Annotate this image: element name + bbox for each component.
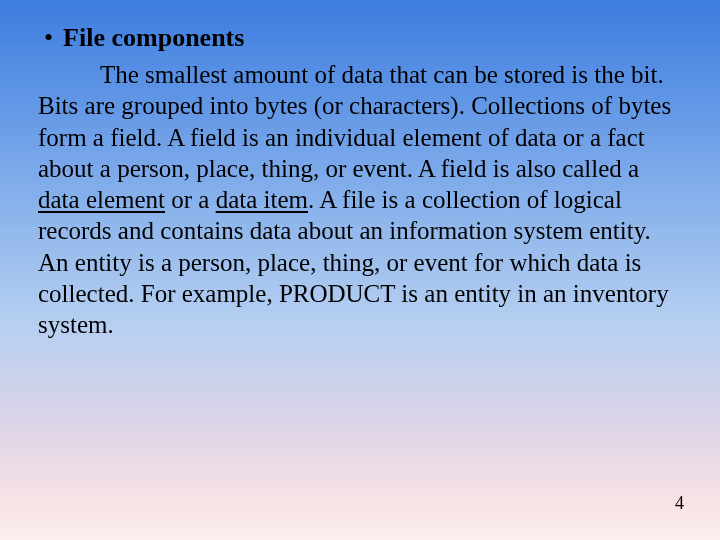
body-part-1: The smallest amount of data that can be …	[38, 61, 671, 182]
slide: • File components The smallest amount of…	[0, 0, 720, 540]
underline-data-item: data item	[216, 186, 308, 213]
slide-heading: File components	[63, 23, 244, 52]
body-part-2: or a	[165, 186, 216, 213]
page-number: 4	[675, 493, 684, 514]
underline-data-element: data element	[38, 186, 165, 213]
body-text: The smallest amount of data that can be …	[38, 59, 682, 340]
bullet-icon: •	[44, 25, 53, 51]
heading-row: • File components	[44, 22, 682, 53]
